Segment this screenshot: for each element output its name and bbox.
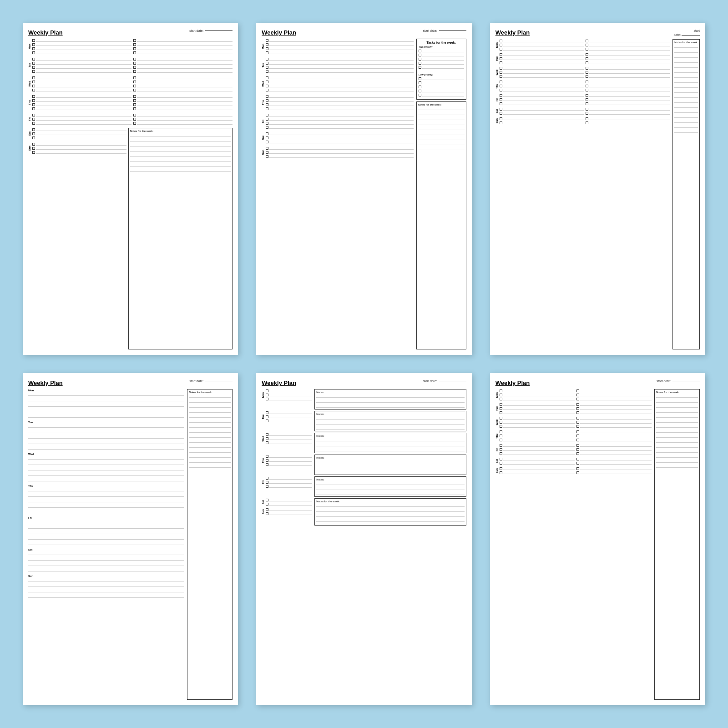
checkbox[interactable] [266,81,268,83]
checkbox[interactable] [500,75,502,78]
checkbox[interactable] [586,53,588,56]
checkbox[interactable] [586,67,588,70]
checkbox[interactable] [576,425,579,428]
checkbox[interactable] [266,459,268,462]
checkbox[interactable] [266,85,268,87]
checkbox[interactable] [266,122,268,125]
checkbox[interactable] [266,151,268,154]
checkbox[interactable] [133,58,136,61]
checkbox[interactable] [576,411,579,414]
checkbox[interactable] [32,76,35,79]
checkbox[interactable] [133,89,136,91]
checkbox[interactable] [576,462,579,465]
checkbox[interactable] [586,61,588,64]
checkbox[interactable] [133,103,136,106]
checkbox[interactable] [586,89,588,91]
checkbox[interactable] [576,444,579,447]
checkbox[interactable] [32,70,35,73]
checkbox[interactable] [266,398,268,400]
checkbox[interactable] [586,108,588,111]
checkbox[interactable] [586,117,588,120]
checkbox[interactable] [32,58,35,61]
checkbox[interactable] [266,114,268,116]
checkbox[interactable] [576,394,579,396]
checkbox[interactable] [266,58,268,61]
checkbox[interactable] [500,108,502,111]
checkbox[interactable] [133,76,136,79]
checkbox[interactable] [266,503,268,506]
checkbox[interactable] [32,114,35,116]
checkbox[interactable] [266,455,268,458]
checkbox[interactable] [133,47,136,50]
checkbox[interactable] [500,448,502,451]
checkbox[interactable] [266,62,268,65]
checkbox[interactable] [576,417,579,420]
checkbox[interactable] [576,458,579,460]
checkbox[interactable] [266,433,268,436]
checkbox[interactable] [266,508,268,511]
checkbox[interactable] [266,89,268,91]
checkbox[interactable] [266,512,268,515]
checkbox[interactable] [576,430,579,433]
checkbox[interactable] [32,39,35,42]
checkbox[interactable] [419,66,421,69]
checkbox[interactable] [500,439,502,441]
checkbox[interactable] [32,143,35,146]
checkbox[interactable] [32,81,35,83]
checkbox[interactable] [586,75,588,78]
checkbox[interactable] [500,444,502,447]
checkbox[interactable] [576,439,579,441]
checkbox[interactable] [500,85,502,87]
checkbox[interactable] [419,62,421,65]
checkbox[interactable] [500,389,502,392]
checkbox[interactable] [500,407,502,410]
checkbox[interactable] [32,95,35,98]
checkbox[interactable] [32,99,35,102]
checkbox[interactable] [576,471,579,474]
checkbox[interactable] [266,103,268,106]
checkbox[interactable] [133,118,136,121]
checkbox[interactable] [500,48,502,51]
checkbox[interactable] [133,43,136,46]
checkbox[interactable] [32,43,35,46]
checkbox[interactable] [266,389,268,392]
checkbox[interactable] [266,39,268,42]
checkbox[interactable] [500,98,502,101]
checkbox[interactable] [32,122,35,125]
checkbox[interactable] [266,415,268,418]
checkbox[interactable] [266,66,268,69]
checkbox[interactable] [419,94,421,96]
checkbox[interactable] [32,85,35,87]
checkbox[interactable] [500,403,502,406]
checkbox[interactable] [500,421,502,424]
checkbox[interactable] [419,86,421,88]
checkbox[interactable] [500,394,502,396]
checkbox[interactable] [500,61,502,64]
checkbox[interactable] [500,458,502,460]
checkbox[interactable] [500,53,502,56]
checkbox[interactable] [500,471,502,474]
checkbox[interactable] [586,48,588,51]
checkbox[interactable] [266,485,268,488]
checkbox[interactable] [586,85,588,87]
checkbox[interactable] [266,437,268,440]
checkbox[interactable] [266,463,268,466]
checkbox[interactable] [586,98,588,101]
checkbox[interactable] [133,114,136,116]
checkbox[interactable] [576,421,579,424]
checkbox[interactable] [500,81,502,83]
checkbox[interactable] [32,132,35,135]
checkbox[interactable] [500,94,502,97]
checkbox[interactable] [500,411,502,414]
checkbox[interactable] [32,107,35,110]
checkbox[interactable] [419,81,421,84]
checkbox[interactable] [266,481,268,484]
checkbox[interactable] [576,407,579,410]
checkbox[interactable] [266,126,268,129]
checkbox[interactable] [586,57,588,60]
checkbox[interactable] [576,389,579,392]
checkbox[interactable] [500,67,502,70]
checkbox[interactable] [32,136,35,139]
checkbox[interactable] [266,147,268,150]
checkbox[interactable] [133,66,136,69]
